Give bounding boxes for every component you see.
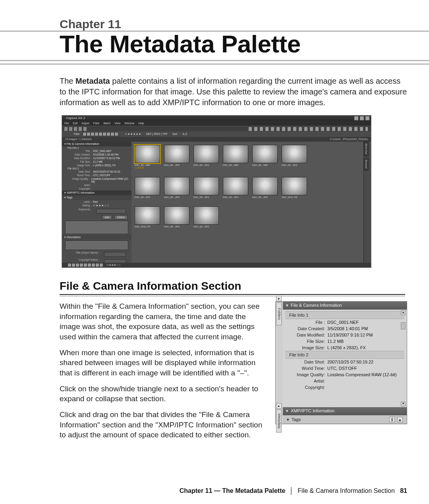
keywords-list[interactable] (65, 221, 128, 234)
scroll-up-small-icon[interactable]: ▴ (397, 417, 403, 422)
menu-bar[interactable]: File Edit Adjust Filter Batch View Windo… (62, 121, 371, 126)
menu-view[interactable]: View (114, 121, 120, 126)
menu-batch[interactable]: Batch (103, 121, 110, 126)
xmp-header[interactable]: ▾ XMP/IPTC Information (62, 190, 131, 195)
thumbnail-image[interactable] (164, 145, 189, 163)
info-row: Artist: (285, 378, 404, 384)
menu-adjust[interactable]: Adjust (81, 121, 89, 126)
thumbnail-image[interactable] (223, 177, 248, 195)
metadata-value: 2007/10/25 07:50:19.22 (93, 170, 120, 173)
file-info-1-header: File Info 1 (285, 311, 404, 319)
thumbnail[interactable]: DSC_0011.TIF (282, 177, 306, 198)
format-filter[interactable]: NEF | JPEG | TIFF (146, 133, 168, 135)
delete-button[interactable]: Delete (114, 215, 128, 219)
thumbnail[interactable]: DSC_00...JPG (193, 145, 218, 169)
thumbnail-image[interactable] (193, 206, 219, 225)
thumbnail-image[interactable] (193, 177, 219, 195)
birds-eye-tab[interactable]: Bird's Eye (364, 142, 369, 156)
description-text[interactable] (65, 240, 128, 250)
folders-side-tab[interactable]: Folders (276, 302, 282, 325)
thumbnail[interactable]: DSC_00...NEF (252, 145, 277, 169)
metadata-row: Image Quality :Lossless Compressed RAW (… (62, 177, 131, 183)
browser-tab[interactable]: Browser (364, 158, 369, 171)
thumbnail[interactable]: DSC_00...JPG (164, 145, 189, 169)
info-icon[interactable]: ℹ (389, 417, 395, 422)
thumbnail-image[interactable] (164, 206, 189, 225)
file-camera-header[interactable]: File & Camera Information (283, 302, 407, 310)
metadata-value: 3/13/2008 1:02:46 PM (93, 153, 118, 156)
menu-file[interactable]: File (64, 121, 69, 126)
thumbnail-image[interactable] (252, 145, 278, 163)
info-value (327, 385, 404, 390)
rating-stars[interactable]: ✩★★★☆☆ (93, 204, 110, 207)
rating-filter[interactable]: ✩★★★★★ (125, 133, 141, 135)
add-button[interactable]: Add (102, 215, 112, 219)
thumbnail[interactable]: DSC_00...JPG (164, 206, 189, 228)
thumbnail-image[interactable] (252, 177, 278, 195)
menu-window[interactable]: Window (124, 121, 134, 126)
thumbnail-image[interactable] (135, 177, 160, 195)
metadata-key: File Size : (68, 160, 91, 163)
label-dropdown[interactable]: Red (93, 200, 98, 203)
thumbnail[interactable]: DSC_00...JPG (193, 177, 218, 198)
copyright-input[interactable] (104, 259, 126, 263)
description-header[interactable]: ▾ Description (62, 235, 131, 240)
bottom-stars[interactable]: ✩★★★☆☆ (106, 264, 121, 266)
info-value (327, 379, 404, 383)
tags-header[interactable]: ▾ Tags ℹ ▴ (283, 415, 407, 424)
thumbnail[interactable]: DSC_00...JPG (193, 206, 218, 228)
thumbnail-image[interactable] (223, 145, 248, 163)
xmp-iptc-header[interactable]: XMP/IPTC Information (283, 407, 407, 415)
copyright-notice-label: Copyright Notice : (68, 258, 99, 263)
keywords-input[interactable] (96, 209, 126, 214)
thumbnail[interactable]: DSC_00...NEF (223, 145, 247, 169)
tags-header[interactable]: ▾ Tags (62, 195, 131, 200)
metadata-row: Artist : (62, 183, 131, 187)
metadata-key: Copyright : (68, 187, 91, 190)
scroll-up-icon[interactable]: ▴ (401, 310, 406, 315)
thumbnail-caption: DSC_00...JPG (193, 225, 218, 228)
menu-help[interactable]: Help (138, 121, 144, 126)
chapter-header: Chapter 11 The Metadata Palette (0, 0, 429, 65)
thumbnail-rating: ✩★★★ · · (135, 166, 159, 169)
folders-toggle-icon[interactable]: ▸ (276, 296, 282, 301)
section-p2: When more than one image is selected, in… (60, 348, 267, 378)
xmp-iptc-header-text: XMP/IPTC Information (291, 408, 334, 413)
toolbar-left-icons[interactable] (64, 127, 88, 131)
thumbnail-image[interactable] (282, 145, 307, 163)
scroll-thumb[interactable] (401, 322, 406, 329)
thumbnail-browser[interactable]: DSC_00...NEF✩★★★ · ·DSC_00...JPGDSC_00..… (131, 142, 364, 263)
thumbnail-image[interactable] (193, 145, 219, 163)
thumbnail-image[interactable] (135, 145, 160, 163)
bottom-bar[interactable]: ✩★★★☆☆ (62, 263, 371, 267)
menu-filter[interactable]: Filter (93, 121, 100, 126)
thumbnail[interactable]: DSC_00...JPG (135, 177, 159, 198)
thumbnail[interactable]: DSC_00...JPG (164, 177, 189, 198)
thumbnail-image[interactable] (282, 177, 307, 195)
thumbnail-image[interactable] (164, 177, 189, 195)
title-input[interactable] (104, 252, 126, 257)
page-footer: Chapter 11 — The Metadata Palette │ File… (180, 487, 407, 494)
info-row: File Size:11.2 MB (285, 338, 404, 344)
thumbnail[interactable]: DSC_0012.TIF (135, 206, 159, 228)
scroll-down-icon[interactable]: ▾ (401, 402, 406, 406)
label-swatches[interactable] (83, 132, 118, 136)
metadata-side-tab[interactable]: Metadata (276, 410, 282, 433)
section-p4: Click and drag on the bar that divides t… (60, 410, 267, 440)
thumbnail[interactable]: DSC_00...JPG (252, 177, 277, 198)
metadata-toggle-icon[interactable]: ▸ (276, 403, 282, 409)
fc-header[interactable]: ▾ File & Camera Information (62, 142, 131, 146)
thumbnail[interactable]: DSC_00...NEF✩★★★ · · (135, 145, 159, 169)
info-row: Date Created:3/5/2008 1:40:01 PM (285, 325, 404, 332)
bottom-swatches[interactable] (68, 263, 103, 267)
thumbnail[interactable]: DSC_00...JPG (223, 177, 247, 198)
sort-dropdown[interactable]: A↓Z (182, 133, 187, 135)
right-side-tabs[interactable]: Bird's Eye Browser (363, 142, 371, 263)
metadata-value: DSC_0001.NEF (93, 150, 112, 152)
thumbnail[interactable]: DSC_00...JPG (282, 145, 306, 169)
window-buttons[interactable] (354, 116, 369, 120)
toolbar-right-icons[interactable] (249, 127, 368, 131)
filter-bar[interactable]: Filter ✩★★★★★ NEF | JPEG | TIFF Sort: A↓… (62, 131, 371, 137)
thumbnail-image[interactable] (135, 206, 160, 225)
menu-edit[interactable]: Edit (73, 121, 77, 126)
